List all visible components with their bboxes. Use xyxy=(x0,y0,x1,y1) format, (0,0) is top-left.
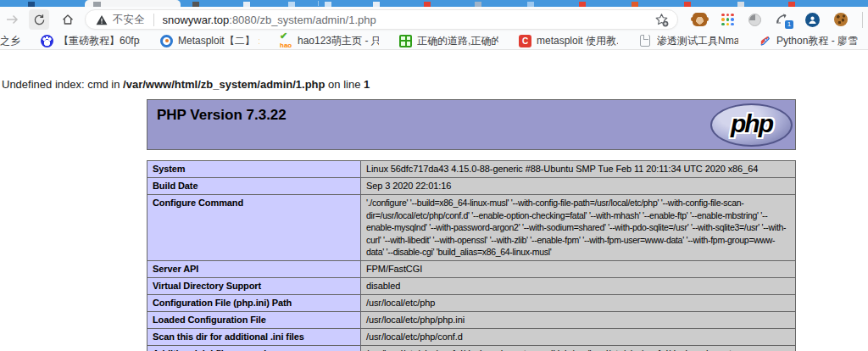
row-label: Virtual Directory Support xyxy=(147,277,361,294)
tab-favicon xyxy=(243,2,250,7)
bookmark-label: Metasploit【二】：... xyxy=(178,34,259,48)
home-icon xyxy=(61,13,75,26)
row-label: Scan this dir for additional .ini files xyxy=(147,328,361,345)
tab-favicon xyxy=(527,2,534,7)
green-grid-icon xyxy=(399,35,412,47)
row-value: './configure' '--build=x86_64-linux-musl… xyxy=(361,195,796,261)
php-version-title: PHP Version 7.3.22 xyxy=(147,100,795,124)
refresh-button[interactable] xyxy=(29,9,49,30)
tab-favicon xyxy=(737,2,744,7)
tab-favicon xyxy=(788,2,795,7)
tab-favicon xyxy=(373,2,380,7)
address-bar-divider xyxy=(153,14,154,26)
row-value: /usr/local/etc/php/conf.d xyxy=(361,328,796,345)
row-label: Configuration File (php.ini) Path xyxy=(147,294,361,311)
notice-prefix: Undefined index: cmd in xyxy=(2,78,123,91)
notice-middle: on line xyxy=(326,78,364,91)
cookie-extension-icon[interactable] xyxy=(834,13,848,26)
bookmark-item[interactable]: 渗透测试工具Nmap... xyxy=(638,34,738,48)
bookmark-item[interactable]: Python教程 - 廖雪... xyxy=(759,34,858,48)
bookmark-item[interactable]: 正确的道路,正确的... xyxy=(399,34,498,48)
table-row: SystemLinux 56dfc717da43 4.15.0-88-gener… xyxy=(147,161,796,178)
document-icon xyxy=(640,35,650,47)
tab-favicon xyxy=(579,2,586,7)
row-value: /usr/local/etc/php/php.ini xyxy=(361,311,796,328)
row-value: Sep 3 2020 22:01:16 xyxy=(361,178,796,195)
extensions-area: 1 xyxy=(693,12,863,28)
phpinfo-header: PHP Version 7.3.22 php xyxy=(147,99,796,150)
tab-strip[interactable] xyxy=(0,0,868,7)
table-row: Configure Command'./configure' '--build=… xyxy=(147,195,796,261)
url-domain: snowywar.top xyxy=(163,14,230,26)
browser-toolbar: 不安全 snowywar.top:8080/zb_system/admin/1.… xyxy=(0,7,868,32)
row-value: /usr/local/etc/php xyxy=(361,294,796,311)
home-button[interactable] xyxy=(58,9,78,30)
tab-favicon xyxy=(325,2,331,7)
bookmark-item[interactable]: Metasploit【二】：... xyxy=(160,34,259,48)
row-label: Loaded Configuration File xyxy=(147,311,361,328)
table-row: Server APIFPM/FastCGI xyxy=(147,260,796,277)
tab-favicon xyxy=(288,2,295,7)
blue-ring-icon xyxy=(160,35,173,47)
person-icon xyxy=(808,15,817,25)
bookmark-item[interactable]: hao hao123萌主页 - 只... xyxy=(280,34,379,48)
red-c-icon: C xyxy=(519,35,531,47)
bookmark-label: Python教程 - 廖雪... xyxy=(776,34,858,48)
rocket-icon xyxy=(759,35,771,47)
page-content: Undefined index: cmd in /var/www/html/zb… xyxy=(0,50,868,351)
insecure-warning-icon xyxy=(96,14,108,25)
profile-icon[interactable] xyxy=(805,13,820,27)
toolbar-edge-separator xyxy=(862,12,863,28)
table-row: Additional .ini files parsed/usr/local/e… xyxy=(147,345,796,351)
table-row: Configuration File (php.ini) Path/usr/lo… xyxy=(147,294,796,311)
bookmark-label: 渗透测试工具Nmap... xyxy=(657,34,738,48)
row-label: Additional .ini files parsed xyxy=(147,345,361,351)
mouse-gesture-extension-icon[interactable] xyxy=(748,14,761,26)
bookmark-label: hao123萌主页 - 只... xyxy=(298,34,379,48)
row-value: /usr/local/etc/php/conf.d/docker-php-ext… xyxy=(361,345,796,351)
tampermonkey-extension-icon[interactable] xyxy=(693,13,707,26)
bookmark-label: metasploit 使用教... xyxy=(537,34,618,48)
table-row: Virtual Directory Supportdisabled xyxy=(147,277,796,294)
extension-badge: 1 xyxy=(785,20,793,29)
address-bar[interactable]: 不安全 snowywar.top:8080/zb_system/admin/1.… xyxy=(85,9,678,30)
url-text[interactable]: snowywar.top:8080/zb_system/admin/1.php xyxy=(163,14,655,26)
notice-path: /var/www/html/zb_system/admin/1.php xyxy=(123,78,325,91)
tab-favicon xyxy=(93,2,101,7)
forward-button[interactable] xyxy=(2,9,22,30)
tab-favicon xyxy=(28,2,35,7)
tab-favicon xyxy=(424,2,431,7)
bookmark-item[interactable]: C metasploit 使用教... xyxy=(519,34,618,48)
refresh-icon xyxy=(33,14,46,26)
forward-arrow-icon xyxy=(5,13,19,26)
bookmark-item[interactable]: 之乡 xyxy=(0,34,20,48)
row-value: disabled xyxy=(361,277,796,294)
bookmark-label: 【重磅教程】60fps... xyxy=(58,34,140,48)
tab-favicon xyxy=(475,2,481,7)
security-label[interactable]: 不安全 xyxy=(113,13,145,27)
apps-grid-extension-icon[interactable] xyxy=(721,14,734,26)
hao123-icon: hao xyxy=(280,35,292,47)
row-value: FPM/FastCGI xyxy=(361,260,796,277)
phpinfo-table: SystemLinux 56dfc717da43 4.15.0-88-gener… xyxy=(147,160,796,351)
add-favorite-star-icon[interactable] xyxy=(654,13,669,27)
tab-favicon xyxy=(192,2,199,7)
bookmarks-bar: 之乡 【重磅教程】60fps... Metasploit【二】：... hao … xyxy=(0,32,868,50)
bookmark-label: 之乡 xyxy=(0,34,20,48)
row-label: Server API xyxy=(147,260,361,277)
table-row: Scan this dir for additional .ini files/… xyxy=(147,328,796,345)
download-extension-icon[interactable]: 1 xyxy=(776,13,791,26)
row-label: System xyxy=(147,161,361,178)
bookmark-item[interactable]: 【重磅教程】60fps... xyxy=(41,34,140,48)
row-label: Build Date xyxy=(147,178,361,195)
bookmark-label: 正确的道路,正确的... xyxy=(417,34,498,48)
browser-window: 不安全 snowywar.top:8080/zb_system/admin/1.… xyxy=(0,0,868,351)
table-row: Build DateSep 3 2020 22:01:16 xyxy=(147,178,796,195)
baidu-icon xyxy=(41,35,53,47)
tab-separator xyxy=(318,1,319,6)
tab-favicon xyxy=(684,2,691,7)
url-path: :8080/zb_system/admin/1.php xyxy=(229,14,376,26)
table-row: Loaded Configuration File/usr/local/etc/… xyxy=(147,311,796,328)
active-tab[interactable] xyxy=(85,0,181,7)
php-notice: Undefined index: cmd in /var/www/html/zb… xyxy=(0,50,868,91)
